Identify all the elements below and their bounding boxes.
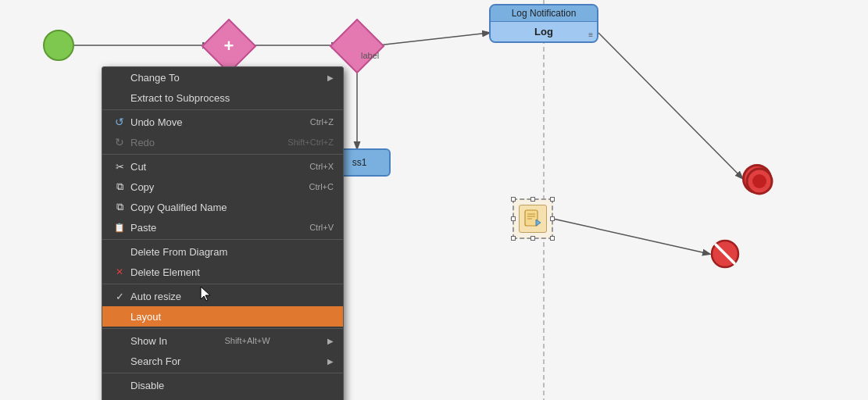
show-in-arrow: ▶: [327, 337, 334, 345]
start-node[interactable]: [43, 30, 74, 61]
copy-icon: ⧉: [112, 180, 127, 193]
label-text: label: [361, 51, 379, 60]
script-icon: [523, 209, 543, 229]
checkmark-icon: ✓: [112, 291, 127, 302]
log-notification-body: Log: [491, 22, 597, 41]
separator-5: [102, 328, 343, 329]
handle-bl: [511, 236, 516, 241]
show-in-label: Show In: [130, 335, 167, 347]
handle-ml: [511, 216, 516, 221]
undo-shortcut: Ctrl+Z: [310, 117, 334, 127]
paste-icon: 📋: [112, 223, 127, 233]
canvas: + label Log Notification Log ≡ passed = …: [0, 0, 868, 400]
svg-line-3: [378, 33, 489, 45]
svg-line-7: [553, 219, 709, 254]
copy-qualified-icon: ⧉: [112, 201, 127, 213]
menu-item-auto-resize[interactable]: ✓ Auto resize: [102, 286, 343, 306]
paste-label: Paste: [130, 222, 156, 234]
cut-label: Cut: [130, 161, 146, 173]
delete-element-label: Delete Element: [130, 266, 200, 278]
handle-mr: [550, 216, 555, 221]
search-for-arrow: ▶: [327, 357, 334, 366]
change-to-arrow: ▶: [327, 73, 334, 82]
menu-item-cut[interactable]: ✂ Cut Ctrl+X: [102, 156, 343, 177]
log-notification-title: Log Notification: [491, 5, 597, 22]
menu-item-extract[interactable]: Extract to Subprocess: [102, 88, 343, 108]
menu-item-search-for[interactable]: Search For ▶: [102, 351, 343, 371]
menu-item-change-to[interactable]: Change To ▶: [102, 67, 343, 88]
separator-6: [102, 373, 343, 373]
menu-item-delete-diagram[interactable]: Delete From Diagram: [102, 241, 343, 262]
extract-label: Extract to Subprocess: [130, 92, 230, 104]
copy-qualified-label: Copy Qualified Name: [130, 202, 227, 213]
menu-item-copy-qualified[interactable]: ⧉ Copy Qualified Name: [102, 197, 343, 217]
end-node-1[interactable]: [742, 164, 772, 194]
separator-2: [102, 154, 343, 155]
context-menu: Change To ▶ Extract to Subprocess ↺ Undo…: [102, 66, 344, 400]
script-node[interactable]: [513, 198, 553, 239]
delete-element-icon: ✕: [112, 266, 127, 277]
cut-shortcut: Ctrl+X: [309, 162, 334, 171]
handle-tr: [550, 197, 555, 202]
menu-item-disable[interactable]: Disable: [102, 375, 343, 395]
handle-br: [550, 236, 555, 241]
menu-item-enable[interactable]: Enable: [102, 395, 343, 400]
menu-item-paste[interactable]: 📋 Paste Ctrl+V: [102, 217, 343, 238]
menu-item-layout[interactable]: Layout: [102, 306, 343, 327]
menu-item-copy[interactable]: ⧉ Copy Ctrl+C: [102, 177, 343, 197]
handle-bm: [530, 236, 535, 241]
stop-sign-svg: [709, 238, 741, 270]
change-to-label: Change To: [130, 72, 180, 84]
copy-label: Copy: [130, 181, 154, 193]
copy-shortcut: Ctrl+C: [309, 182, 334, 191]
layout-label: Layout: [130, 311, 161, 323]
menu-item-show-in[interactable]: Show In Shift+Alt+W ▶: [102, 330, 343, 351]
redo-shortcut: Shift+Ctrl+Z: [288, 138, 334, 147]
end-node-1-svg: [745, 166, 774, 196]
redo-icon: ↻: [112, 136, 127, 148]
plus-symbol: +: [209, 27, 248, 66]
separator-1: [102, 109, 343, 110]
redo-label: Redo: [130, 137, 155, 148]
menu-item-redo[interactable]: ↻ Redo Shift+Ctrl+Z: [102, 132, 343, 152]
disable-label: Disable: [130, 380, 164, 391]
search-for-label: Search For: [130, 355, 180, 367]
stop-sign[interactable]: [709, 238, 741, 270]
paste-shortcut: Ctrl+V: [309, 223, 334, 232]
svg-line-4: [598, 33, 742, 178]
undo-label: Undo Move: [130, 116, 182, 128]
log-notification-box[interactable]: Log Notification Log ≡: [489, 4, 598, 43]
separator-3: [102, 239, 343, 240]
handle-tl: [511, 197, 516, 202]
script-node-inner: [519, 205, 547, 233]
handle-tm: [530, 197, 535, 202]
auto-resize-label: Auto resize: [130, 291, 181, 302]
menu-item-undo[interactable]: ↺ Undo Move Ctrl+Z: [102, 112, 343, 132]
cut-icon: ✂: [112, 161, 127, 173]
delete-diagram-label: Delete From Diagram: [130, 246, 227, 258]
menu-item-delete-element[interactable]: ✕ Delete Element: [102, 262, 343, 282]
separator-4: [102, 284, 343, 284]
log-notification-icon: ≡: [588, 30, 593, 39]
show-in-shortcut: Shift+Alt+W: [224, 336, 270, 345]
undo-icon: ↺: [112, 116, 127, 128]
svg-point-14: [752, 174, 766, 188]
